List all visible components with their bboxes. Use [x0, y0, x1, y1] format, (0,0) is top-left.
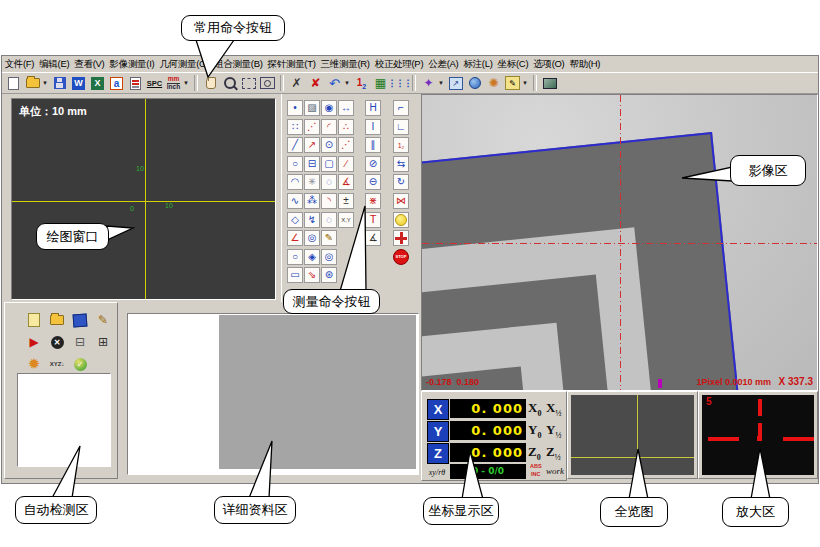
dotted-columns-icon[interactable]: ⋮⋮⋮ — [390, 74, 409, 92]
measure-concentric-icon[interactable]: ◎ — [304, 230, 320, 246]
new-icon[interactable] — [4, 74, 23, 92]
measure-angle-icon[interactable]: ∠ — [287, 230, 303, 246]
notes-icon[interactable]: ✎ — [503, 74, 522, 92]
browser-icon[interactable] — [465, 74, 484, 92]
effects-icon[interactable]: ✺ — [484, 74, 503, 92]
measure-parallel-lines-icon[interactable]: ∥ — [365, 137, 381, 153]
open-dropdown[interactable]: ▼ — [42, 80, 50, 86]
save-icon[interactable] — [50, 74, 69, 92]
menu-tolerance[interactable]: 公差(A) — [426, 57, 461, 72]
measure-region-rect-icon[interactable]: ▢ — [321, 156, 337, 172]
measure-slot-icon[interactable]: ▭ — [287, 267, 303, 283]
spc-icon[interactable]: SPC — [145, 74, 164, 92]
measure-line-icon[interactable]: ╱ — [287, 137, 303, 153]
measure-text-tool-icon[interactable]: T — [365, 212, 381, 228]
measure-ellipse-icon[interactable]: ○ — [287, 249, 303, 265]
xy-rtheta-button[interactable]: xy/rθ — [427, 465, 447, 479]
snap-cursor-icon[interactable]: ✗ — [287, 74, 306, 92]
burst-icon[interactable]: ✹ — [25, 355, 43, 373]
menu-edit[interactable]: 编辑(E) — [37, 57, 72, 72]
model-icon[interactable] — [71, 311, 89, 329]
number-label-icon[interactable]: 12 — [352, 74, 371, 92]
measure-cylinder-icon[interactable]: ⊟ — [304, 156, 320, 172]
measure-region-circle-icon[interactable]: ◌ — [321, 174, 337, 190]
overview-map[interactable] — [571, 395, 694, 475]
confirm-icon[interactable]: ✓ — [71, 355, 89, 373]
measure-gear-icon[interactable]: ✳ — [304, 174, 320, 190]
measure-light-bulb-icon[interactable] — [393, 212, 409, 228]
measure-vector-icon[interactable]: ↗ — [304, 137, 320, 153]
zoom-view[interactable]: 5 — [702, 395, 814, 475]
send-window-icon[interactable]: ↗ — [446, 74, 465, 92]
unit-toggle-icon[interactable]: mminch — [164, 74, 183, 92]
menu-file[interactable]: 文件(F) — [2, 57, 37, 72]
measure-corner-arc-icon[interactable]: ◝ — [321, 193, 337, 209]
new-program-icon[interactable] — [25, 311, 43, 329]
tree-icon[interactable]: ⊟ — [71, 333, 89, 351]
axis-x-half-button[interactable]: X½ — [546, 400, 561, 418]
measure-point-array-icon[interactable]: ∷ — [287, 119, 303, 135]
axis-z-half-button[interactable]: Z½ — [546, 444, 561, 462]
measure-point-icon[interactable]: • — [287, 100, 303, 116]
measure-corner-2-icon[interactable]: ∟ — [393, 119, 409, 135]
edit-icon[interactable]: ✎ — [94, 311, 112, 329]
measure-two-points-icon[interactable]: ∴ — [338, 119, 354, 135]
delete-icon[interactable]: ✘ — [306, 74, 325, 92]
pan-hand-icon[interactable] — [201, 74, 220, 92]
measure-xy-coordinate-icon[interactable]: X,Y — [338, 212, 354, 228]
menu-help[interactable]: 帮助(H) — [567, 57, 603, 72]
measure-trace-circle-icon[interactable]: ◎ — [321, 249, 337, 265]
menu-image-measure[interactable]: 影像测量(I) — [107, 57, 157, 72]
undo-dropdown[interactable]: ▼ — [344, 80, 352, 86]
measure-curve-fit-icon[interactable]: ↯ — [304, 212, 320, 228]
export-excel-icon[interactable]: X — [88, 74, 107, 92]
select-region-icon[interactable] — [239, 74, 258, 92]
laser-pointer-icon[interactable]: ✦ — [419, 74, 438, 92]
report-icon[interactable] — [126, 74, 145, 92]
measure-cross-points-icon[interactable]: ⋇ — [365, 193, 381, 209]
axis-y-half-button[interactable]: Y½ — [546, 422, 561, 440]
measure-point-slash-icon[interactable]: ⋰ — [338, 137, 354, 153]
image-view[interactable]: -0.178 0.180 1Pixel 0.0010 mm X 337.3 — [421, 94, 818, 391]
measure-h-beam-icon[interactable]: H — [365, 100, 381, 116]
open-icon[interactable] — [23, 74, 42, 92]
menu-view[interactable]: 查看(V) — [72, 57, 107, 72]
drawing-canvas[interactable]: 单位：10 mm 10010 — [11, 98, 276, 300]
measure-circle-point-icon[interactable]: ⊙ — [321, 137, 337, 153]
measure-swap-order-icon[interactable]: ⇆ — [393, 156, 409, 172]
undo-icon[interactable]: ↶ — [325, 74, 344, 92]
measure-circle-icon[interactable]: ○ — [287, 156, 303, 172]
export-word-icon[interactable]: W — [69, 74, 88, 92]
menu-options[interactable]: 选项(O) — [531, 57, 567, 72]
axis-z-zero-button[interactable]: Z0 — [528, 444, 541, 462]
measure-plane-icon[interactable]: ▨ — [304, 100, 320, 116]
measure-plus-minus-icon[interactable]: ± — [338, 193, 354, 209]
axis-y-zero-button[interactable]: Y0 — [528, 422, 541, 440]
measure-order-12-icon[interactable]: 1₂ — [393, 137, 409, 153]
detail-list[interactable] — [127, 313, 419, 475]
measure-edit-pen-icon[interactable]: ✎ — [321, 230, 337, 246]
measure-circle-set-icon[interactable]: ⁂ — [304, 193, 320, 209]
measure-curve-icon[interactable]: ∿ — [287, 193, 303, 209]
measure-angle-pen-icon[interactable]: ∡ — [365, 230, 381, 246]
axis-y-button[interactable]: Y — [427, 421, 449, 442]
run-icon[interactable]: ▶ — [25, 333, 43, 351]
measure-i-beam-icon[interactable]: I — [365, 119, 381, 135]
notes-dropdown[interactable]: ▼ — [522, 80, 530, 86]
unit-dropdown[interactable]: ▼ — [183, 80, 191, 86]
measure-angle-measure-icon[interactable]: ∡ — [338, 174, 354, 190]
menu-geometry-measure[interactable]: 几何测量(G) — [157, 57, 212, 72]
measure-rotate-circle-icon[interactable]: ↻ — [393, 174, 409, 190]
measure-slash-point-icon[interactable]: ∕ — [338, 156, 354, 172]
measure-stop-button-icon[interactable]: STOP — [393, 249, 409, 265]
menu-calibration[interactable]: 校正处理(P) — [372, 57, 426, 72]
measure-move-stage-icon[interactable] — [393, 230, 409, 246]
menu-coordinate[interactable]: 坐标(C) — [495, 57, 531, 72]
measure-measure-line-icon[interactable]: ⇘ — [304, 267, 320, 283]
measure-rotated-rect-icon[interactable]: ◈ — [304, 249, 320, 265]
measure-circle-width-icon[interactable]: ⊖ — [365, 174, 381, 190]
pointer-dropdown[interactable]: ▼ — [438, 80, 446, 86]
measure-auto-trace-icon[interactable]: ⊛ — [321, 267, 337, 283]
menu-probe-measure[interactable]: 探针测量(T) — [265, 57, 318, 72]
measure-arc-small-icon[interactable]: ◜ — [321, 119, 337, 135]
